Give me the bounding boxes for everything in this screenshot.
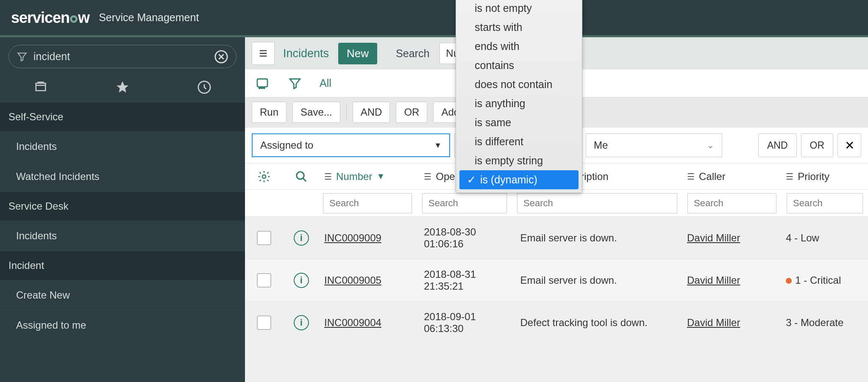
close-icon: ✕: [845, 138, 854, 152]
critical-dot-icon: [786, 278, 792, 284]
menu-icon: ☰: [324, 172, 332, 182]
search-number-input[interactable]: [323, 193, 412, 213]
preview-icon[interactable]: i: [294, 273, 309, 288]
opened-value: 2018-08-3121:35:21: [424, 269, 476, 292]
nav-group[interactable]: Service Desk: [0, 191, 245, 221]
menu-icon: ☰: [687, 172, 695, 182]
incident-number-link[interactable]: INC0009009: [324, 232, 381, 244]
row-checkbox[interactable]: [257, 316, 271, 330]
list-menu-button[interactable]: [252, 42, 275, 65]
dropdown-option-selected[interactable]: is (dynamic): [459, 170, 579, 189]
svg-point-8: [297, 172, 304, 179]
dropdown-option[interactable]: contains: [456, 56, 582, 75]
row-checkbox[interactable]: [257, 273, 271, 288]
caller-link[interactable]: David Miller: [687, 274, 740, 286]
expr-and-button[interactable]: AND: [758, 133, 797, 157]
breadcrumb-all[interactable]: All: [320, 77, 331, 89]
nav-item[interactable]: Assigned to me: [0, 310, 245, 340]
svg-rect-3: [257, 79, 267, 87]
nav-item[interactable]: Incidents: [0, 131, 245, 161]
new-button[interactable]: New: [338, 43, 377, 64]
run-button[interactable]: Run: [252, 102, 287, 123]
filter-value-select[interactable]: Me ⌄: [586, 133, 722, 157]
dropdown-option[interactable]: starts with: [456, 18, 582, 37]
search-opened-input[interactable]: [422, 193, 507, 213]
search-desc-input[interactable]: [517, 193, 677, 213]
logo-o-icon: [70, 15, 78, 23]
caret-down-icon: ▼: [434, 141, 442, 150]
nav: Self-ServiceIncidentsWatched IncidentsSe…: [0, 102, 245, 340]
column-number[interactable]: ☰ Number ▼: [319, 171, 419, 183]
col-caller-label: Caller: [699, 171, 726, 183]
nav-item[interactable]: Watched Incidents: [0, 161, 245, 191]
dropdown-option[interactable]: is empty string: [456, 151, 582, 170]
applications-tab-icon[interactable]: [33, 80, 48, 94]
chevron-down-icon: ⌄: [707, 140, 714, 151]
table-row: iINC00090092018-08-3001:06:16Email serve…: [245, 217, 868, 259]
filter-field-value: Assigned to: [260, 139, 313, 151]
favorites-tab-icon[interactable]: [115, 80, 130, 94]
sidebar-tabs: [0, 76, 245, 102]
short-desc-value: Email server is down.: [520, 274, 617, 286]
or-button[interactable]: OR: [396, 102, 427, 123]
preview-icon[interactable]: i: [294, 315, 309, 330]
opened-value: 2018-08-3001:06:16: [424, 226, 476, 250]
app-subtitle: Service Management: [99, 11, 199, 24]
filter-field-select[interactable]: Assigned to ▼: [252, 133, 450, 157]
clear-filter-icon[interactable]: [214, 50, 228, 64]
nav-group[interactable]: Self-Service: [0, 102, 245, 131]
dropdown-option[interactable]: does not contain: [456, 75, 582, 94]
col-priority-label: Priority: [798, 171, 829, 183]
incident-number-link[interactable]: INC0009005: [324, 274, 381, 286]
search-priority-input[interactable]: [787, 193, 863, 213]
filter-toggle-icon[interactable]: [288, 77, 302, 90]
search-label: Search: [396, 47, 429, 60]
header-search-icon[interactable]: [283, 170, 319, 183]
priority-value: 4 - Low: [786, 232, 819, 244]
svg-point-7: [262, 175, 266, 178]
app-header: servicenw Service Management: [0, 0, 868, 35]
incident-number-link[interactable]: INC0009004: [324, 317, 381, 329]
dropdown-option[interactable]: is anything: [456, 94, 582, 113]
caller-link[interactable]: David Miller: [687, 317, 740, 329]
short-desc-value: Defect tracking tool is down.: [520, 317, 648, 329]
column-caller[interactable]: ☰ Caller: [682, 171, 781, 183]
activity-stream-icon[interactable]: [254, 77, 270, 90]
col-number-label: Number: [336, 171, 372, 183]
list-title: Incidents: [283, 47, 329, 60]
expr-remove-button[interactable]: ✕: [837, 133, 861, 157]
nav-item[interactable]: Create New: [0, 280, 245, 310]
filter-value-text: Me: [594, 139, 608, 151]
dropdown-option[interactable]: is same: [456, 113, 582, 132]
logo: servicenw: [11, 9, 89, 27]
dropdown-option[interactable]: is different: [456, 132, 582, 151]
table-row: iINC00090052018-08-3121:35:21Email serve…: [245, 259, 868, 302]
expr-or-button[interactable]: OR: [801, 133, 834, 157]
table-search-row: [245, 190, 868, 217]
caller-link[interactable]: David Miller: [687, 232, 740, 244]
sidebar: Self-ServiceIncidentsWatched IncidentsSe…: [0, 37, 245, 382]
svg-rect-1: [36, 83, 46, 91]
dropdown-option[interactable]: ends with: [456, 37, 582, 56]
search-caller-input[interactable]: [687, 193, 776, 213]
sidebar-filter-input[interactable]: [33, 50, 214, 63]
nav-item[interactable]: Incidents: [0, 221, 245, 251]
logo-suffix: w: [78, 9, 89, 27]
logo-prefix: servicen: [11, 9, 70, 27]
dropdown-option[interactable]: is not empty: [456, 0, 582, 18]
filter-icon: [17, 51, 28, 62]
personalize-columns-button[interactable]: [245, 170, 283, 183]
nav-group[interactable]: Incident: [0, 251, 245, 280]
separator: [346, 104, 347, 120]
save-button[interactable]: Save...: [292, 102, 340, 123]
svg-point-5: [261, 87, 262, 89]
history-tab-icon[interactable]: [197, 80, 211, 94]
expr-right-buttons: AND OR ✕: [758, 133, 861, 157]
column-priority[interactable]: ☰ Priority: [781, 171, 868, 183]
row-checkbox[interactable]: [257, 231, 271, 245]
preview-icon[interactable]: i: [294, 230, 309, 246]
sidebar-search[interactable]: [8, 45, 236, 68]
operator-dropdown[interactable]: is not emptystarts withends withcontains…: [456, 0, 582, 193]
and-button[interactable]: AND: [353, 102, 390, 123]
svg-point-4: [259, 87, 260, 89]
